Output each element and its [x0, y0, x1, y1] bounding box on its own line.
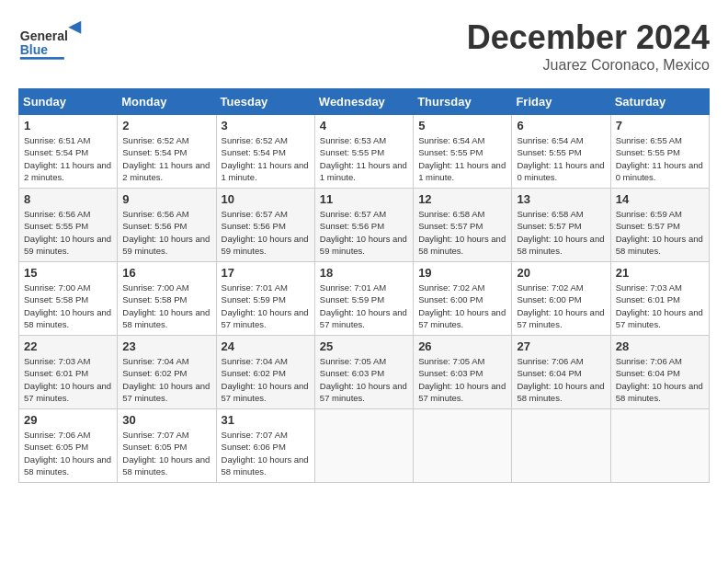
calendar-cell: 4Sunrise: 6:53 AMSunset: 5:55 PMDaylight… — [314, 115, 413, 189]
cell-content: Sunrise: 6:55 AMSunset: 5:55 PMDaylight:… — [616, 134, 704, 183]
cell-content: Sunrise: 7:05 AMSunset: 6:03 PMDaylight:… — [418, 355, 506, 404]
day-number: 13 — [517, 192, 605, 206]
calendar-cell: 1Sunrise: 6:51 AMSunset: 5:54 PMDaylight… — [19, 115, 118, 189]
cell-content: Sunrise: 6:53 AMSunset: 5:55 PMDaylight:… — [320, 134, 408, 183]
cell-content: Sunrise: 7:06 AMSunset: 6:04 PMDaylight:… — [517, 355, 605, 404]
day-number: 26 — [418, 339, 506, 353]
day-number: 16 — [122, 266, 210, 280]
day-number: 7 — [616, 119, 704, 132]
day-number: 12 — [418, 192, 506, 206]
calendar-header-row: SundayMondayTuesdayWednesdayThursdayFrid… — [19, 89, 710, 115]
day-number: 14 — [616, 192, 704, 206]
cell-content: Sunrise: 7:02 AMSunset: 6:00 PMDaylight:… — [418, 282, 506, 330]
calendar-week-row: 8Sunrise: 6:56 AMSunset: 5:55 PMDaylight… — [19, 189, 710, 262]
day-number: 20 — [517, 266, 605, 280]
calendar-cell: 19Sunrise: 7:02 AMSunset: 6:00 PMDayligh… — [414, 262, 512, 336]
calendar-day-header: Monday — [118, 89, 216, 115]
calendar-day-header: Thursday — [414, 89, 512, 115]
cell-content: Sunrise: 7:07 AMSunset: 6:06 PMDaylight:… — [222, 429, 310, 477]
day-number: 22 — [24, 339, 112, 353]
logo-svg: General Blue — [18, 18, 83, 64]
cell-content: Sunrise: 6:52 AMSunset: 5:54 PMDaylight:… — [222, 134, 310, 183]
cell-content: Sunrise: 7:04 AMSunset: 6:02 PMDaylight:… — [222, 355, 310, 404]
calendar-cell: 18Sunrise: 7:01 AMSunset: 5:59 PMDayligh… — [314, 262, 413, 336]
calendar-week-row: 29Sunrise: 7:06 AMSunset: 6:05 PMDayligh… — [19, 409, 710, 483]
cell-content: Sunrise: 7:06 AMSunset: 6:04 PMDaylight:… — [616, 355, 704, 404]
calendar-week-row: 1Sunrise: 6:51 AMSunset: 5:54 PMDaylight… — [19, 115, 710, 189]
day-number: 24 — [222, 339, 310, 353]
cell-content: Sunrise: 7:00 AMSunset: 5:58 PMDaylight:… — [122, 282, 210, 330]
cell-content: Sunrise: 6:56 AMSunset: 5:55 PMDaylight:… — [24, 208, 112, 257]
main-title: December 2024 — [467, 18, 710, 57]
svg-text:Blue: Blue — [20, 42, 49, 57]
calendar-cell: 14Sunrise: 6:59 AMSunset: 5:57 PMDayligh… — [610, 189, 709, 262]
calendar-cell — [314, 409, 413, 483]
calendar-cell — [512, 409, 610, 483]
calendar-cell: 12Sunrise: 6:58 AMSunset: 5:57 PMDayligh… — [414, 189, 512, 262]
cell-content: Sunrise: 7:04 AMSunset: 6:02 PMDaylight:… — [122, 355, 210, 404]
calendar-week-row: 22Sunrise: 7:03 AMSunset: 6:01 PMDayligh… — [19, 336, 710, 409]
cell-content: Sunrise: 7:01 AMSunset: 5:59 PMDaylight:… — [320, 282, 408, 330]
subtitle: Juarez Coronaco, Mexico — [467, 57, 710, 74]
calendar-cell: 9Sunrise: 6:56 AMSunset: 5:56 PMDaylight… — [118, 189, 216, 262]
day-number: 28 — [616, 339, 704, 353]
calendar-cell — [414, 409, 512, 483]
calendar-day-header: Sunday — [19, 89, 118, 115]
calendar-cell: 13Sunrise: 6:58 AMSunset: 5:57 PMDayligh… — [512, 189, 610, 262]
day-number: 27 — [517, 339, 605, 353]
calendar-cell: 26Sunrise: 7:05 AMSunset: 6:03 PMDayligh… — [414, 336, 512, 409]
day-number: 4 — [320, 119, 408, 132]
calendar-cell: 11Sunrise: 6:57 AMSunset: 5:56 PMDayligh… — [314, 189, 413, 262]
day-number: 31 — [222, 413, 310, 427]
calendar-cell: 16Sunrise: 7:00 AMSunset: 5:58 PMDayligh… — [118, 262, 216, 336]
cell-content: Sunrise: 7:00 AMSunset: 5:58 PMDaylight:… — [24, 282, 112, 330]
cell-content: Sunrise: 6:57 AMSunset: 5:56 PMDaylight:… — [320, 208, 408, 257]
cell-content: Sunrise: 6:52 AMSunset: 5:54 PMDaylight:… — [122, 134, 210, 183]
calendar-cell — [610, 409, 709, 483]
cell-content: Sunrise: 6:59 AMSunset: 5:57 PMDaylight:… — [616, 208, 704, 257]
svg-marker-1 — [68, 21, 81, 34]
page-header: General Blue December 2024 Juarez Corona… — [18, 18, 710, 74]
day-number: 23 — [122, 339, 210, 353]
cell-content: Sunrise: 7:05 AMSunset: 6:03 PMDaylight:… — [320, 355, 408, 404]
day-number: 10 — [222, 192, 310, 206]
day-number: 6 — [517, 119, 605, 132]
logo: General Blue — [18, 18, 83, 64]
calendar-cell: 17Sunrise: 7:01 AMSunset: 5:59 PMDayligh… — [216, 262, 314, 336]
calendar-day-header: Saturday — [610, 89, 709, 115]
day-number: 15 — [24, 266, 112, 280]
cell-content: Sunrise: 6:58 AMSunset: 5:57 PMDaylight:… — [517, 208, 605, 257]
calendar-cell: 29Sunrise: 7:06 AMSunset: 6:05 PMDayligh… — [19, 409, 118, 483]
cell-content: Sunrise: 6:51 AMSunset: 5:54 PMDaylight:… — [24, 134, 112, 183]
calendar-cell: 25Sunrise: 7:05 AMSunset: 6:03 PMDayligh… — [314, 336, 413, 409]
cell-content: Sunrise: 7:01 AMSunset: 5:59 PMDaylight:… — [222, 282, 310, 330]
calendar-day-header: Wednesday — [314, 89, 413, 115]
day-number: 19 — [418, 266, 506, 280]
day-number: 9 — [122, 192, 210, 206]
calendar-cell: 24Sunrise: 7:04 AMSunset: 6:02 PMDayligh… — [216, 336, 314, 409]
cell-content: Sunrise: 6:54 AMSunset: 5:55 PMDaylight:… — [418, 134, 506, 183]
cell-content: Sunrise: 7:07 AMSunset: 6:05 PMDaylight:… — [122, 429, 210, 477]
cell-content: Sunrise: 6:58 AMSunset: 5:57 PMDaylight:… — [418, 208, 506, 257]
day-number: 5 — [418, 119, 506, 132]
svg-text:General: General — [20, 29, 68, 43]
svg-rect-3 — [20, 57, 64, 60]
day-number: 18 — [320, 266, 408, 280]
day-number: 3 — [222, 119, 310, 132]
cell-content: Sunrise: 6:57 AMSunset: 5:56 PMDaylight:… — [222, 208, 310, 257]
calendar-day-header: Friday — [512, 89, 610, 115]
calendar-table: SundayMondayTuesdayWednesdayThursdayFrid… — [18, 88, 710, 483]
cell-content: Sunrise: 7:03 AMSunset: 6:01 PMDaylight:… — [616, 282, 704, 330]
calendar-cell: 15Sunrise: 7:00 AMSunset: 5:58 PMDayligh… — [19, 262, 118, 336]
cell-content: Sunrise: 6:54 AMSunset: 5:55 PMDaylight:… — [517, 134, 605, 183]
calendar-cell: 30Sunrise: 7:07 AMSunset: 6:05 PMDayligh… — [118, 409, 216, 483]
day-number: 21 — [616, 266, 704, 280]
day-number: 11 — [320, 192, 408, 206]
cell-content: Sunrise: 7:03 AMSunset: 6:01 PMDaylight:… — [24, 355, 112, 404]
calendar-cell: 5Sunrise: 6:54 AMSunset: 5:55 PMDaylight… — [414, 115, 512, 189]
day-number: 17 — [222, 266, 310, 280]
day-number: 1 — [24, 119, 112, 132]
day-number: 30 — [122, 413, 210, 427]
calendar-cell: 10Sunrise: 6:57 AMSunset: 5:56 PMDayligh… — [216, 189, 314, 262]
calendar-cell: 8Sunrise: 6:56 AMSunset: 5:55 PMDaylight… — [19, 189, 118, 262]
